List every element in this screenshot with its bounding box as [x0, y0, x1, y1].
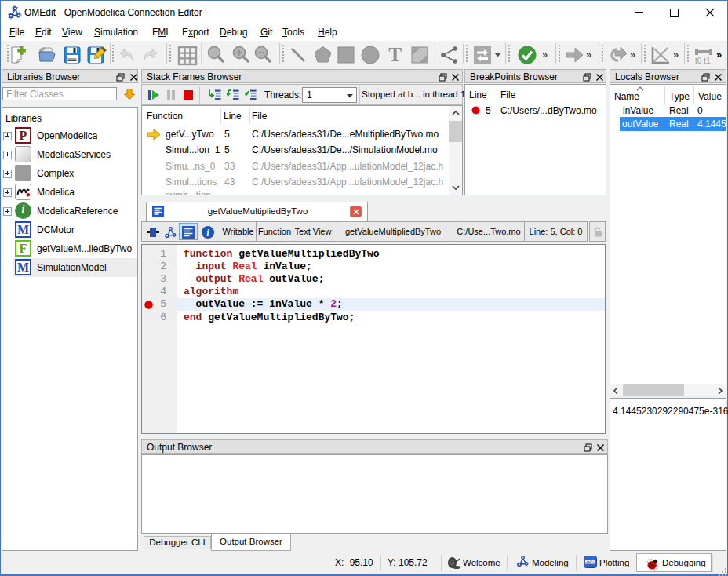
- svg-text:t0 t1: t0 t1: [695, 57, 711, 65]
